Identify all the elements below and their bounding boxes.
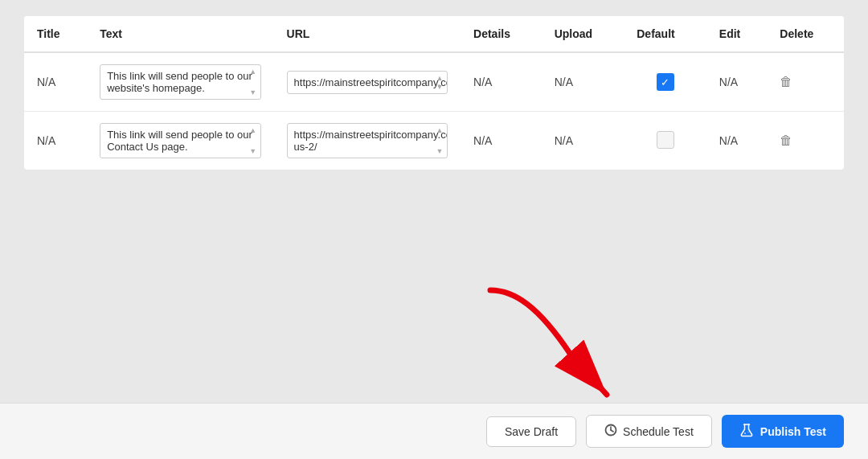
schedule-label: Schedule Test <box>623 425 694 438</box>
svg-point-6 <box>747 432 748 432</box>
col-title: Title <box>24 16 87 52</box>
scroll-up-arrow[interactable]: ▲ <box>248 126 259 134</box>
row1-text-cell: This link will send people to our websit… <box>87 52 273 112</box>
col-upload: Upload <box>542 16 624 52</box>
row2-text-field[interactable]: This link will send people to our Contac… <box>100 123 260 158</box>
table-row: N/A This link will send people to our we… <box>24 52 844 112</box>
row1-delete-icon[interactable]: 🗑 <box>780 75 792 88</box>
row2-delete-icon[interactable]: 🗑 <box>780 133 792 147</box>
scroll-up-arrow[interactable]: ▲ <box>248 68 259 76</box>
scroll-up-arrow[interactable]: ▲ <box>434 74 445 82</box>
row1-default-cell: ✓ <box>624 52 706 112</box>
table-header-row: Title Text URL Details Upload Default Ed… <box>24 16 844 52</box>
publish-test-button[interactable]: Publish Test <box>722 415 844 448</box>
row1-edit: N/A <box>706 52 767 112</box>
row1-default-checkbox[interactable]: ✓ <box>657 73 674 91</box>
row2-edit: N/A <box>706 112 767 170</box>
row2-default-cell <box>624 112 706 170</box>
schedule-test-button[interactable]: Schedule Test <box>586 415 712 448</box>
row2-url-value: https://mainstreetspiritcompany.com/cont… <box>294 129 448 153</box>
scroll-up-arrow[interactable]: ▲ <box>434 126 445 134</box>
clock-icon <box>604 424 617 439</box>
row2-title: N/A <box>24 112 87 170</box>
scroll-down-arrow[interactable]: ▼ <box>248 88 259 96</box>
col-edit: Edit <box>706 16 767 52</box>
row1-details: N/A <box>461 52 542 112</box>
scroll-arrows: ▲ ▼ <box>434 72 445 93</box>
table-row: N/A This link will send people to our Co… <box>24 112 844 170</box>
row2-url-cell: https://mainstreetspiritcompany.com/cont… <box>274 112 461 170</box>
row2-delete-cell: 🗑 <box>767 112 844 170</box>
col-delete: Delete <box>767 16 844 52</box>
col-url: URL <box>274 16 461 52</box>
col-details: Details <box>461 16 542 52</box>
col-text: Text <box>87 16 273 52</box>
row2-url-field[interactable]: https://mainstreetspiritcompany.com/cont… <box>287 123 448 158</box>
scroll-arrows: ▲ ▼ <box>434 124 445 158</box>
footer: Save Draft Schedule Test Publish Test <box>0 403 868 459</box>
row2-text-value: This link will send people to our Contac… <box>107 129 252 153</box>
row1-title: N/A <box>24 52 87 112</box>
row2-details: N/A <box>461 112 542 170</box>
row1-text-value: This link will send people to our websit… <box>107 70 252 94</box>
scroll-arrows: ▲ ▼ <box>248 65 259 99</box>
row1-text-field[interactable]: This link will send people to our websit… <box>100 64 260 100</box>
row1-upload: N/A <box>542 52 624 112</box>
scroll-down-arrow[interactable]: ▼ <box>248 147 259 155</box>
scroll-down-arrow[interactable]: ▼ <box>434 83 445 91</box>
row2-upload: N/A <box>542 112 624 170</box>
table-wrapper: Title Text URL Details Upload Default Ed… <box>24 16 844 170</box>
flask-icon <box>739 423 754 440</box>
svg-line-3 <box>611 430 613 432</box>
row1-url-field[interactable]: https://mainstreetspiritcompany.com/ ▲ ▼ <box>287 71 448 94</box>
row1-url-value: https://mainstreetspiritcompany.com/ <box>294 76 448 88</box>
svg-point-5 <box>744 432 746 434</box>
scroll-down-arrow[interactable]: ▼ <box>434 147 445 155</box>
links-table: Title Text URL Details Upload Default Ed… <box>24 16 844 170</box>
col-default: Default <box>624 16 706 52</box>
main-content: Title Text URL Details Upload Default Ed… <box>0 0 868 403</box>
row2-default-checkbox[interactable] <box>657 131 674 149</box>
row2-text-cell: This link will send people to our Contac… <box>87 112 273 170</box>
row1-delete-cell: 🗑 <box>767 52 844 112</box>
publish-label: Publish Test <box>760 425 826 438</box>
save-draft-button[interactable]: Save Draft <box>486 416 576 447</box>
row1-url-cell: https://mainstreetspiritcompany.com/ ▲ ▼ <box>274 52 461 112</box>
scroll-arrows: ▲ ▼ <box>248 124 259 158</box>
